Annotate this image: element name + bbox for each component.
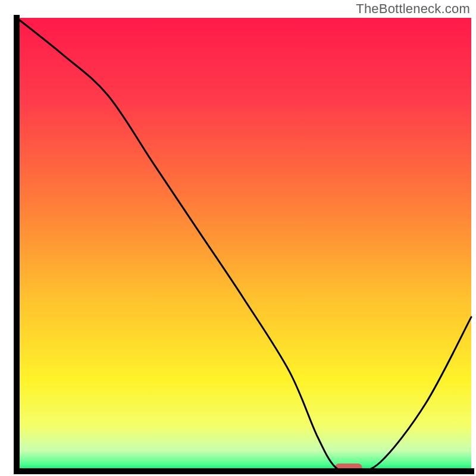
watermark-text: TheBottleneck.com xyxy=(356,1,470,17)
bottleneck-chart xyxy=(0,0,476,476)
gradient-background xyxy=(17,18,471,471)
chart-container: { "watermark": "TheBottleneck.com", "cha… xyxy=(0,0,476,476)
